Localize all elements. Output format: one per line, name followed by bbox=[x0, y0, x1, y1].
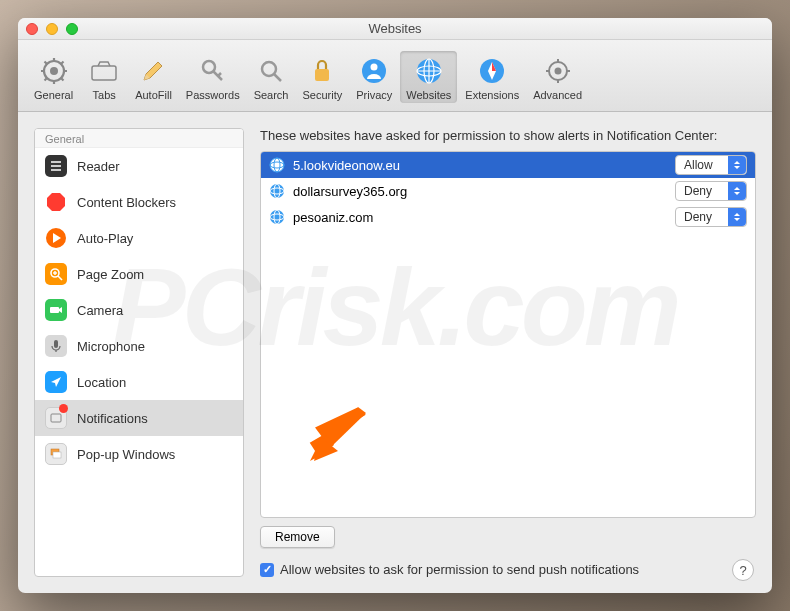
sidebar-item-notifications[interactable]: Notifications bbox=[35, 400, 243, 436]
svg-rect-10 bbox=[92, 66, 116, 80]
tab-privacy[interactable]: Privacy bbox=[350, 51, 398, 103]
website-row[interactable]: dollarsurvey365.org Deny bbox=[261, 178, 755, 204]
sidebar-item-label: Camera bbox=[77, 303, 123, 318]
tab-extensions[interactable]: Extensions bbox=[459, 51, 525, 103]
preferences-window: Websites General Tabs AutoFill Passwords… bbox=[18, 18, 772, 593]
tab-tabs[interactable]: Tabs bbox=[81, 51, 127, 103]
tab-security-label: Security bbox=[302, 89, 342, 101]
sidebar-header: General bbox=[35, 129, 243, 148]
sidebar-item-popup[interactable]: Pop-up Windows bbox=[35, 436, 243, 472]
svg-marker-34 bbox=[47, 193, 65, 211]
tab-search[interactable]: Search bbox=[248, 51, 295, 103]
svg-line-15 bbox=[274, 74, 281, 81]
main-heading: These websites have asked for permission… bbox=[260, 128, 756, 143]
sidebar-item-autoplay[interactable]: Auto-Play bbox=[35, 220, 243, 256]
notification-badge-icon bbox=[59, 404, 68, 413]
minimize-window-button[interactable] bbox=[46, 23, 58, 35]
tabs-icon bbox=[88, 55, 120, 87]
tab-passwords[interactable]: Passwords bbox=[180, 51, 246, 103]
play-icon bbox=[45, 227, 67, 249]
key-icon bbox=[197, 55, 229, 87]
svg-point-56 bbox=[270, 210, 284, 224]
sidebar: General Reader Content Blockers Auto-Pla… bbox=[34, 128, 244, 577]
svg-line-7 bbox=[60, 77, 63, 80]
tab-security[interactable]: Security bbox=[296, 51, 348, 103]
sidebar-item-camera[interactable]: Camera bbox=[35, 292, 243, 328]
svg-rect-43 bbox=[54, 340, 58, 348]
tab-advanced[interactable]: Advanced bbox=[527, 51, 588, 103]
chevron-updown-icon bbox=[728, 208, 746, 226]
sidebar-item-contentblockers[interactable]: Content Blockers bbox=[35, 184, 243, 220]
sidebar-item-label: Notifications bbox=[77, 411, 148, 426]
tab-advanced-label: Advanced bbox=[533, 89, 582, 101]
svg-point-53 bbox=[270, 184, 284, 198]
website-row[interactable]: 5.lookvideonow.eu Allow bbox=[261, 152, 755, 178]
microphone-icon bbox=[45, 335, 67, 357]
svg-point-14 bbox=[262, 62, 276, 76]
content-area: General Reader Content Blockers Auto-Pla… bbox=[18, 112, 772, 593]
svg-line-13 bbox=[218, 73, 221, 76]
tab-privacy-label: Privacy bbox=[356, 89, 392, 101]
website-domain: pesoaniz.com bbox=[293, 210, 667, 225]
svg-rect-46 bbox=[51, 414, 61, 422]
zoom-window-button[interactable] bbox=[66, 23, 78, 35]
sidebar-item-label: Pop-up Windows bbox=[77, 447, 175, 462]
permission-dropdown[interactable]: Deny bbox=[675, 207, 747, 227]
svg-line-38 bbox=[58, 276, 62, 280]
main-panel: These websites have asked for permission… bbox=[260, 128, 756, 577]
tab-autofill-label: AutoFill bbox=[135, 89, 172, 101]
remove-button[interactable]: Remove bbox=[260, 526, 335, 548]
gear-icon bbox=[38, 55, 70, 87]
close-window-button[interactable] bbox=[26, 23, 38, 35]
reader-icon bbox=[45, 155, 67, 177]
permission-dropdown[interactable]: Deny bbox=[675, 181, 747, 201]
sidebar-item-microphone[interactable]: Microphone bbox=[35, 328, 243, 364]
lock-icon bbox=[306, 55, 338, 87]
permission-dropdown[interactable]: Allow bbox=[675, 155, 747, 175]
svg-point-18 bbox=[371, 63, 378, 70]
tab-general-label: General bbox=[34, 89, 73, 101]
tab-tabs-label: Tabs bbox=[93, 89, 116, 101]
chevron-updown-icon bbox=[728, 182, 746, 200]
sidebar-item-label: Location bbox=[77, 375, 126, 390]
stop-icon bbox=[45, 191, 67, 213]
help-button[interactable]: ? bbox=[732, 559, 754, 581]
camera-icon bbox=[45, 299, 67, 321]
website-domain: dollarsurvey365.org bbox=[293, 184, 667, 199]
allow-checkbox-label: Allow websites to ask for permission to … bbox=[280, 562, 639, 577]
svg-point-26 bbox=[554, 67, 561, 74]
svg-rect-48 bbox=[53, 452, 61, 458]
sidebar-item-label: Microphone bbox=[77, 339, 145, 354]
svg-point-17 bbox=[362, 59, 386, 83]
sidebar-item-location[interactable]: Location bbox=[35, 364, 243, 400]
tab-autofill[interactable]: AutoFill bbox=[129, 51, 178, 103]
titlebar: Websites bbox=[18, 18, 772, 40]
svg-rect-16 bbox=[315, 69, 329, 81]
svg-line-6 bbox=[44, 61, 47, 64]
pencil-icon bbox=[137, 55, 169, 87]
location-icon bbox=[45, 371, 67, 393]
website-list[interactable]: 5.lookvideonow.eu Allow dollarsurvey365.… bbox=[260, 151, 756, 518]
allow-checkbox[interactable] bbox=[260, 563, 274, 577]
svg-marker-42 bbox=[59, 307, 62, 313]
website-row[interactable]: pesoaniz.com Deny bbox=[261, 204, 755, 230]
allow-checkbox-row: Allow websites to ask for permission to … bbox=[260, 562, 756, 577]
svg-line-8 bbox=[60, 61, 63, 64]
tab-websites[interactable]: Websites bbox=[400, 51, 457, 103]
tab-websites-label: Websites bbox=[406, 89, 451, 101]
sidebar-item-label: Content Blockers bbox=[77, 195, 176, 210]
site-globe-icon bbox=[269, 209, 285, 225]
sidebar-item-label: Auto-Play bbox=[77, 231, 133, 246]
site-globe-icon bbox=[269, 157, 285, 173]
traffic-lights bbox=[26, 23, 78, 35]
compass-icon bbox=[476, 55, 508, 87]
tab-search-label: Search bbox=[254, 89, 289, 101]
sidebar-item-label: Page Zoom bbox=[77, 267, 144, 282]
sidebar-item-pagezoom[interactable]: Page Zoom bbox=[35, 256, 243, 292]
svg-line-9 bbox=[44, 77, 47, 80]
globe-icon bbox=[413, 55, 445, 87]
search-icon bbox=[255, 55, 287, 87]
sidebar-item-reader[interactable]: Reader bbox=[35, 148, 243, 184]
svg-point-1 bbox=[50, 67, 58, 75]
tab-general[interactable]: General bbox=[28, 51, 79, 103]
